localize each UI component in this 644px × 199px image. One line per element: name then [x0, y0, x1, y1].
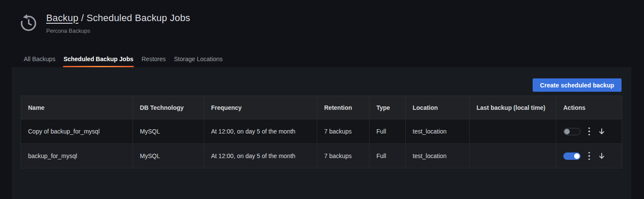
page-header-text: Backup / Scheduled Backup Jobs Percona B… [46, 11, 190, 34]
history-icon [17, 11, 40, 34]
arrow-down-icon[interactable] [598, 127, 606, 135]
table-row: backup_for_mysql MySQL At 12:00, on day … [21, 144, 622, 168]
tab-all-backups[interactable]: All Backups [20, 52, 59, 68]
breadcrumb-current: Scheduled Backup Jobs [87, 12, 190, 23]
breadcrumb-link-backup[interactable]: Backup [46, 12, 79, 23]
create-scheduled-backup-button[interactable]: Create scheduled backup [533, 78, 622, 92]
cell-retention: 7 backups [317, 144, 369, 168]
toggle-knob [574, 153, 580, 159]
enable-toggle[interactable] [563, 152, 581, 160]
cell-type: Full [369, 144, 406, 168]
kebab-menu-icon[interactable] [587, 151, 592, 162]
cell-frequency: At 12:00, on day 5 of the month [204, 119, 317, 144]
tab-bar: All Backups Scheduled Backup Jobs Restor… [20, 52, 227, 68]
cell-type: Full [369, 119, 406, 144]
column-header-retention: Retention [317, 96, 369, 119]
scheduled-backups-table: Name DB Technology Frequency Retention T… [21, 96, 622, 168]
toggle-knob [564, 129, 570, 134]
column-header-last-backup: Last backup (local time) [470, 96, 556, 119]
page-header: Backup / Scheduled Backup Jobs Percona B… [17, 11, 190, 34]
cell-frequency: At 12:00, on day 5 of the month [204, 144, 317, 168]
tab-storage-locations[interactable]: Storage Locations [170, 52, 226, 68]
cell-last-backup [470, 119, 556, 144]
page-subtitle: Percona Backups [46, 28, 190, 34]
breadcrumb-separator: / [81, 12, 84, 23]
arrow-down-icon[interactable] [598, 152, 606, 160]
kebab-menu-icon[interactable] [587, 126, 592, 137]
column-header-db-technology: DB Technology [133, 96, 204, 119]
content-panel: Create scheduled backup Name DB Technolo… [12, 67, 631, 199]
tab-restores[interactable]: Restores [138, 52, 169, 68]
page-title: Backup / Scheduled Backup Jobs [46, 12, 190, 24]
enable-toggle[interactable] [563, 128, 581, 135]
column-header-location: Location [406, 96, 470, 119]
cell-location: test_location [406, 144, 470, 168]
column-header-actions: Actions [556, 96, 622, 119]
table-row: Copy of backup_for_mysql MySQL At 12:00,… [21, 119, 622, 144]
cell-db-technology: MySQL [133, 119, 204, 144]
cell-name: Copy of backup_for_mysql [21, 119, 133, 144]
table-header-row: Name DB Technology Frequency Retention T… [21, 96, 622, 119]
column-header-name: Name [21, 96, 133, 119]
scheduled-backup-jobs-page: { "header": { "breadcrumb_link": "Backup… [0, 0, 644, 199]
cell-name: backup_for_mysql [21, 144, 133, 168]
column-header-frequency: Frequency [204, 96, 317, 119]
cell-retention: 7 backups [317, 119, 369, 144]
cell-location: test_location [406, 119, 470, 144]
column-header-type: Type [369, 96, 406, 119]
cell-actions [556, 119, 622, 144]
cell-db-technology: MySQL [133, 144, 204, 168]
tab-scheduled-backup-jobs[interactable]: Scheduled Backup Jobs [60, 52, 137, 68]
cell-actions [556, 144, 622, 168]
cell-last-backup [470, 144, 556, 168]
